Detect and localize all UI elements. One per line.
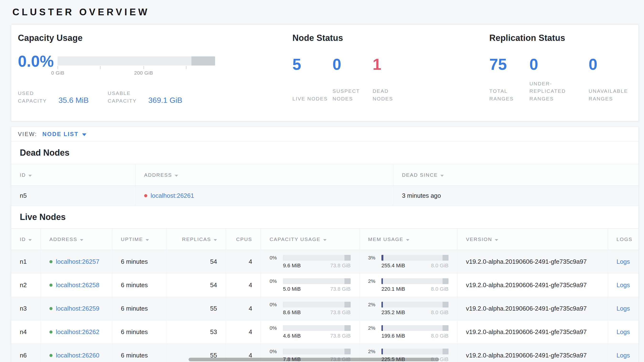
mem-usage-cell: 2% 235.2 MiB 8.0 GiB	[360, 297, 457, 320]
view-dropdown-value: NODE LIST	[42, 131, 78, 137]
stat-suspect-nodes: 0 SUSPECT NODES	[332, 56, 372, 102]
sort-icon	[406, 239, 409, 241]
mem-bar-endcap	[442, 302, 448, 307]
view-dropdown[interactable]: NODE LIST	[42, 131, 86, 137]
node-cpus: 4	[226, 274, 261, 297]
capacity-bar-endcap	[192, 56, 215, 66]
node-cpus: 4	[226, 250, 261, 274]
mem-usage-cell: 2% 220.1 MiB 8.0 GiB	[360, 274, 457, 297]
capacity-usage-cell: 0% 4.6 MiB 73.8 GiB	[261, 320, 360, 344]
capacity-percent-label: 0%	[270, 278, 283, 284]
live-nodes-table: ID ADDRESS UPTIME REPLICAS CPUS CAPACITY…	[11, 228, 638, 362]
node-address-cell: localhost:26258	[41, 274, 112, 297]
column-header-address[interactable]: ADDRESS	[41, 229, 112, 250]
logs-link[interactable]: Logs	[616, 281, 630, 289]
used-capacity: USED CAPACITY 35.6 MiB	[18, 89, 88, 104]
capacity-percent-label: 0%	[270, 349, 283, 354]
node-address-link[interactable]: localhost:26261	[150, 192, 194, 199]
node-uptime: 6 minutes	[112, 297, 166, 320]
mem-bar-endcap	[442, 325, 448, 331]
mem-bar-endcap	[442, 255, 448, 261]
mem-percent-label: 2%	[368, 278, 382, 284]
logs-link[interactable]: Logs	[616, 305, 630, 312]
column-header-capacity-usage[interactable]: CAPACITY USAGE	[261, 229, 360, 250]
sort-icon	[175, 175, 178, 177]
total-ranges-label: TOTAL RANGES	[489, 87, 528, 102]
mem-total-value: 8.0 GiB	[431, 333, 448, 339]
live-nodes-count: 5	[292, 56, 332, 72]
column-header-address[interactable]: ADDRESS	[135, 164, 393, 186]
capacity-bar	[283, 302, 351, 307]
column-header-replicas[interactable]: REPLICAS	[166, 229, 226, 250]
stat-dead-nodes: 1 DEAD NODES	[372, 56, 411, 102]
node-live-status-icon	[50, 354, 52, 357]
node-address-link[interactable]: localhost:26259	[56, 305, 99, 312]
node-live-status-icon	[50, 330, 52, 333]
logs-link[interactable]: Logs	[616, 328, 630, 335]
column-header-version[interactable]: VERSION	[457, 229, 608, 250]
node-address-link[interactable]: localhost:26258	[56, 281, 99, 289]
logs-cell: Logs	[608, 344, 638, 362]
suspect-nodes-label: SUSPECT NODES	[332, 87, 371, 102]
capacity-total-value: 73.8 GiB	[330, 333, 351, 339]
logs-cell: Logs	[608, 250, 638, 274]
node-replicas: 54	[166, 274, 226, 297]
mem-bar-fill	[382, 302, 383, 307]
mem-percent-label: 2%	[368, 325, 382, 331]
mem-bar-fill	[382, 278, 383, 284]
used-capacity-label: USED CAPACITY	[18, 89, 58, 104]
table-header-row: ID ADDRESS UPTIME REPLICAS CPUS CAPACITY…	[11, 229, 638, 250]
capacity-used-value: 9.6 MiB	[283, 263, 301, 269]
node-address-link[interactable]: localhost:26262	[56, 328, 99, 335]
node-address-link[interactable]: localhost:26257	[56, 258, 99, 265]
horizontal-scrollbar[interactable]	[188, 358, 439, 361]
sort-icon	[28, 239, 32, 241]
capacity-usage-bar	[58, 56, 215, 66]
capacity-bar-endcap	[344, 325, 351, 331]
sort-icon	[80, 239, 83, 241]
mem-used-value: 220.1 MiB	[382, 286, 405, 292]
capacity-percent-label: 0%	[270, 325, 283, 331]
column-header-id[interactable]: ID	[11, 164, 135, 186]
cluster-overview-page: CLUSTER OVERVIEW Capacity Usage 0.0% 0 G…	[0, 0, 644, 362]
logs-link[interactable]: Logs	[616, 352, 630, 359]
logs-cell: Logs	[608, 297, 638, 320]
capacity-bar-endcap	[344, 255, 351, 261]
node-version: v19.2.0-alpha.20190606-2491-gfe735c9a97	[457, 297, 608, 320]
node-address-link[interactable]: localhost:26260	[56, 352, 99, 359]
mem-bar	[382, 278, 448, 284]
column-header-logs: LOGS	[608, 229, 638, 250]
logs-link[interactable]: Logs	[616, 258, 630, 265]
mem-bar-fill	[382, 325, 383, 331]
mem-total-value: 8.0 GiB	[431, 309, 448, 316]
column-header-id[interactable]: ID	[11, 229, 41, 250]
capacity-used-value: 5.0 MiB	[283, 286, 301, 292]
node-live-status-icon	[50, 307, 52, 310]
node-version: v19.2.0-alpha.20190606-2491-gfe735c9a97	[457, 250, 608, 274]
capacity-total-value: 73.8 GiB	[330, 286, 351, 292]
column-header-mem-usage[interactable]: MEM USAGE	[360, 229, 457, 250]
mem-used-value: 199.6 MiB	[382, 333, 405, 339]
node-id: n2	[11, 274, 41, 297]
live-nodes-label: LIVE NODES	[292, 95, 330, 103]
sort-icon	[146, 239, 149, 241]
column-header-uptime[interactable]: UPTIME	[112, 229, 166, 250]
capacity-total-value: 73.8 GiB	[330, 263, 351, 269]
mem-percent-label: 2%	[368, 302, 382, 307]
dead-nodes-count: 1	[372, 56, 411, 72]
live-nodes-heading: Live Nodes	[11, 206, 638, 228]
axis-tick-label: 0 GiB	[51, 70, 64, 76]
node-live-status-icon	[50, 284, 52, 287]
node-uptime: 6 minutes	[112, 320, 166, 344]
node-status-section: Node Status 5 LIVE NODES 0 SUSPECT NODES…	[292, 33, 489, 121]
node-dead-status-icon	[144, 194, 147, 197]
node-address-cell: localhost:26260	[41, 344, 112, 362]
node-replicas: 55	[166, 297, 226, 320]
column-header-dead-since[interactable]: DEAD SINCE	[393, 164, 638, 186]
capacity-bar-endcap	[344, 278, 351, 284]
node-replicas: 54	[166, 250, 226, 274]
capacity-used-value: 4.6 MiB	[283, 333, 301, 339]
dead-nodes-label: DEAD NODES	[372, 87, 411, 102]
axis-tick	[100, 66, 100, 69]
node-address-cell: localhost:26262	[41, 320, 112, 344]
